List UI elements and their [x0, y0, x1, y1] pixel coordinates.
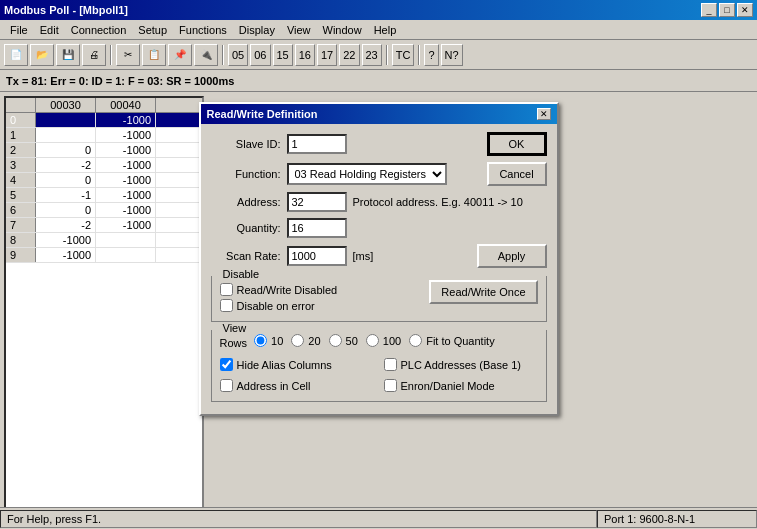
- apply-button[interactable]: Apply: [477, 244, 547, 268]
- minimize-button[interactable]: _: [701, 3, 717, 17]
- plc-addresses-label: PLC Addresses (Base 1): [401, 359, 521, 371]
- hide-alias-checkbox[interactable]: [220, 358, 233, 371]
- hide-alias-label: Hide Alias Columns: [237, 359, 332, 371]
- dialog-title: Read/Write Definition: [207, 108, 318, 120]
- address-in-cell-checkbox[interactable]: [220, 379, 233, 392]
- plc-addresses-checkbox[interactable]: [384, 358, 397, 371]
- toolbar-sep2: [222, 45, 224, 65]
- toolbar-save[interactable]: 💾: [56, 44, 80, 66]
- toolbar-connect[interactable]: 🔌: [194, 44, 218, 66]
- status-right: Port 1: 9600-8-N-1: [597, 510, 757, 528]
- dialog-title-bar: Read/Write Definition ✕: [201, 104, 557, 124]
- toolbar-sep1: [110, 45, 112, 65]
- menu-connection[interactable]: Connection: [65, 23, 133, 37]
- title-bar: Modbus Poll - [Mbpoll1] _ □ ✕: [0, 0, 757, 20]
- toolbar-cut[interactable]: ✂: [116, 44, 140, 66]
- toolbar-print[interactable]: 🖨: [82, 44, 106, 66]
- close-button[interactable]: ✕: [737, 3, 753, 17]
- toolbar-sep4: [418, 45, 420, 65]
- dialog: Read/Write Definition ✕ Slave ID: OK: [199, 102, 559, 416]
- row-radio-fit[interactable]: [409, 334, 422, 347]
- row-option-20: 20: [291, 334, 320, 347]
- read-write-once-button[interactable]: Read/Write Once: [429, 280, 537, 304]
- toolbar-tc[interactable]: TC: [392, 44, 415, 66]
- toolbar-help1[interactable]: ?: [424, 44, 438, 66]
- disable-rw-label: Read/Write Disabled: [237, 284, 338, 296]
- row-radio-10[interactable]: [254, 334, 267, 347]
- enron-label: Enron/Daniel Mode: [401, 380, 495, 392]
- row-option-50: 50: [329, 334, 358, 347]
- toolbar-paste[interactable]: 📌: [168, 44, 192, 66]
- disable-rw-row: Read/Write Disabled: [220, 283, 338, 296]
- row-option-100: 100: [366, 334, 401, 347]
- maximize-button[interactable]: □: [719, 3, 735, 17]
- disable-on-error-label: Disable on error: [237, 300, 315, 312]
- row-radio-20[interactable]: [291, 334, 304, 347]
- address-in-cell-row: Address in Cell: [220, 379, 374, 392]
- ok-button[interactable]: OK: [487, 132, 547, 156]
- quantity-input[interactable]: [287, 218, 347, 238]
- status-left: For Help, press F1.: [0, 510, 597, 528]
- toolbar-copy[interactable]: 📋: [142, 44, 166, 66]
- cancel-button[interactable]: Cancel: [487, 162, 547, 186]
- toolbar-fc23[interactable]: 23: [362, 44, 382, 66]
- disable-rw-checkbox[interactable]: [220, 283, 233, 296]
- address-input[interactable]: [287, 192, 347, 212]
- enron-checkbox[interactable]: [384, 379, 397, 392]
- quantity-label: Quantity:: [211, 222, 281, 234]
- row-radio-100[interactable]: [366, 334, 379, 347]
- toolbar-fc17[interactable]: 17: [317, 44, 337, 66]
- toolbar-fc22[interactable]: 22: [339, 44, 359, 66]
- main-area: 00030 00040 0 -1000 1 -1000 2 0 -1000 3 …: [0, 92, 757, 507]
- menu-file[interactable]: File: [4, 23, 34, 37]
- disable-on-error-checkbox[interactable]: [220, 299, 233, 312]
- disable-group-label: Disable: [220, 268, 263, 280]
- toolbar-fc15[interactable]: 15: [273, 44, 293, 66]
- hide-alias-row: Hide Alias Columns: [220, 358, 374, 371]
- menu-functions[interactable]: Functions: [173, 23, 233, 37]
- dialog-close-button[interactable]: ✕: [537, 108, 551, 120]
- menu-bar: File Edit Connection Setup Functions Dis…: [0, 20, 757, 40]
- rows-label: Rows: [220, 337, 248, 349]
- menu-edit[interactable]: Edit: [34, 23, 65, 37]
- enron-row: Enron/Daniel Mode: [384, 379, 538, 392]
- row-radio-50[interactable]: [329, 334, 342, 347]
- toolbar-fc16[interactable]: 16: [295, 44, 315, 66]
- menu-view[interactable]: View: [281, 23, 317, 37]
- toolbar-open[interactable]: 📂: [30, 44, 54, 66]
- function-label: Function:: [211, 168, 281, 180]
- address-label: Address:: [211, 196, 281, 208]
- row-option-fit: Fit to Quantity: [409, 334, 494, 347]
- menu-display[interactable]: Display: [233, 23, 281, 37]
- row-option-10: 10: [254, 334, 283, 347]
- slave-id-label: Slave ID:: [211, 138, 281, 150]
- toolbar-sep3: [386, 45, 388, 65]
- toolbar-new[interactable]: 📄: [4, 44, 28, 66]
- dialog-body: Slave ID: OK Function: 01 Read Coils (0x…: [201, 124, 557, 414]
- address-in-cell-label: Address in Cell: [237, 380, 311, 392]
- dialog-overlay: Read/Write Definition ✕ Slave ID: OK: [0, 92, 757, 507]
- scan-rate-input[interactable]: [287, 246, 347, 266]
- status-line: Tx = 81: Err = 0: ID = 1: F = 03: SR = 1…: [0, 70, 757, 92]
- title-bar-buttons: _ □ ✕: [701, 3, 753, 17]
- app-title: Modbus Poll - [Mbpoll1]: [4, 4, 128, 16]
- toolbar: 📄 📂 💾 🖨 ✂ 📋 📌 🔌 05 06 15 16 17 22 23 TC …: [0, 40, 757, 70]
- slave-id-input[interactable]: [287, 134, 347, 154]
- disable-on-error-row: Disable on error: [220, 299, 338, 312]
- toolbar-help2[interactable]: N?: [441, 44, 463, 66]
- function-select[interactable]: 01 Read Coils (0x) 02 Read Discrete Inpu…: [287, 163, 447, 185]
- toolbar-fc05[interactable]: 05: [228, 44, 248, 66]
- menu-setup[interactable]: Setup: [132, 23, 173, 37]
- status-bar: For Help, press F1. Port 1: 9600-8-N-1: [0, 507, 757, 529]
- plc-addresses-row: PLC Addresses (Base 1): [384, 358, 538, 371]
- disable-group: Disable Read/Write Disabled Disable on e…: [211, 276, 547, 322]
- scan-rate-unit: [ms]: [353, 250, 374, 262]
- menu-window[interactable]: Window: [317, 23, 368, 37]
- view-group: View Rows 10 20 50: [211, 330, 547, 402]
- scan-rate-label: Scan Rate:: [211, 250, 281, 262]
- view-group-label: View: [220, 322, 250, 334]
- status-text: Tx = 81: Err = 0: ID = 1: F = 03: SR = 1…: [6, 75, 234, 87]
- menu-help[interactable]: Help: [368, 23, 403, 37]
- address-hint: Protocol address. E.g. 40011 -> 10: [353, 196, 523, 208]
- toolbar-fc06[interactable]: 06: [250, 44, 270, 66]
